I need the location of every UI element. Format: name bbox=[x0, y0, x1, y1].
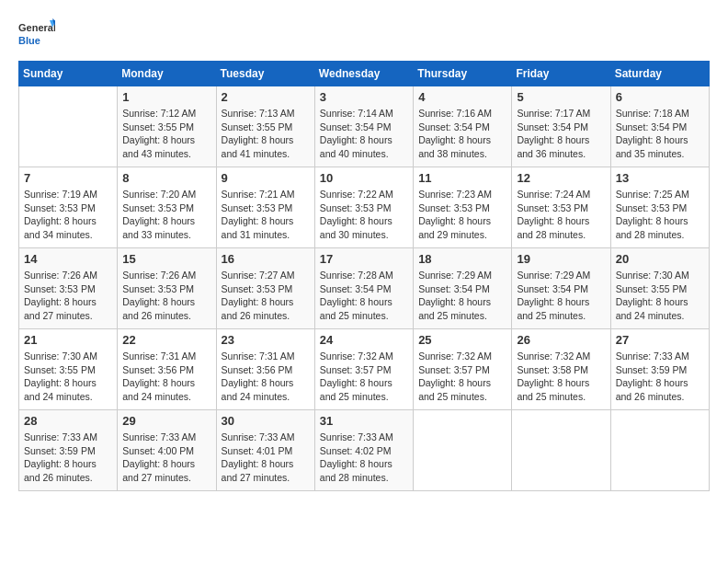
day-info: Sunrise: 7:17 AMSunset: 3:54 PMDaylight:… bbox=[517, 107, 605, 161]
day-number: 21 bbox=[24, 333, 112, 347]
day-number: 23 bbox=[222, 333, 310, 347]
calendar-week-5: 28Sunrise: 7:33 AMSunset: 3:59 PMDayligh… bbox=[19, 410, 710, 491]
day-info: Sunrise: 7:31 AMSunset: 3:56 PMDaylight:… bbox=[122, 350, 210, 404]
calendar-cell bbox=[512, 410, 610, 491]
day-number: 18 bbox=[418, 252, 506, 266]
day-number: 2 bbox=[222, 90, 310, 104]
calendar-cell: 20Sunrise: 7:30 AMSunset: 3:55 PMDayligh… bbox=[610, 248, 709, 329]
calendar-header: SundayMondayTuesdayWednesdayThursdayFrid… bbox=[19, 62, 710, 86]
calendar-cell: 12Sunrise: 7:24 AMSunset: 3:53 PMDayligh… bbox=[512, 167, 610, 248]
logo: General Blue bbox=[18, 18, 55, 52]
day-number: 8 bbox=[122, 171, 210, 185]
calendar-week-3: 14Sunrise: 7:26 AMSunset: 3:53 PMDayligh… bbox=[19, 248, 710, 329]
calendar-week-2: 7Sunrise: 7:19 AMSunset: 3:53 PMDaylight… bbox=[19, 167, 710, 248]
calendar-cell bbox=[610, 410, 709, 491]
day-info: Sunrise: 7:26 AMSunset: 3:53 PMDaylight:… bbox=[122, 269, 210, 323]
calendar-cell: 3Sunrise: 7:14 AMSunset: 3:54 PMDaylight… bbox=[314, 86, 413, 167]
day-number: 26 bbox=[517, 333, 605, 347]
day-number: 22 bbox=[122, 333, 210, 347]
day-number: 27 bbox=[616, 333, 704, 347]
calendar-cell: 10Sunrise: 7:22 AMSunset: 3:53 PMDayligh… bbox=[314, 167, 413, 248]
day-number: 14 bbox=[24, 252, 112, 266]
day-number: 4 bbox=[418, 90, 506, 104]
day-number: 15 bbox=[122, 252, 210, 266]
day-info: Sunrise: 7:33 AMSunset: 3:59 PMDaylight:… bbox=[24, 431, 112, 485]
calendar-cell: 6Sunrise: 7:18 AMSunset: 3:54 PMDaylight… bbox=[610, 86, 709, 167]
header-cell-friday: Friday bbox=[512, 62, 610, 86]
day-number: 11 bbox=[418, 171, 506, 185]
day-info: Sunrise: 7:12 AMSunset: 3:55 PMDaylight:… bbox=[122, 107, 210, 161]
day-number: 12 bbox=[517, 171, 605, 185]
day-number: 30 bbox=[222, 414, 310, 428]
header-cell-monday: Monday bbox=[118, 62, 216, 86]
day-number: 25 bbox=[418, 333, 506, 347]
page-header: General Blue bbox=[18, 18, 710, 52]
day-info: Sunrise: 7:22 AMSunset: 3:53 PMDaylight:… bbox=[320, 188, 408, 242]
calendar-cell: 16Sunrise: 7:27 AMSunset: 3:53 PMDayligh… bbox=[216, 248, 314, 329]
day-number: 1 bbox=[122, 90, 210, 104]
header-cell-sunday: Sunday bbox=[19, 62, 118, 86]
calendar-cell: 11Sunrise: 7:23 AMSunset: 3:53 PMDayligh… bbox=[414, 167, 512, 248]
calendar-cell: 29Sunrise: 7:33 AMSunset: 4:00 PMDayligh… bbox=[118, 410, 216, 491]
day-number: 9 bbox=[222, 171, 310, 185]
calendar-cell: 14Sunrise: 7:26 AMSunset: 3:53 PMDayligh… bbox=[19, 248, 118, 329]
calendar-cell: 25Sunrise: 7:32 AMSunset: 3:57 PMDayligh… bbox=[414, 329, 512, 410]
day-number: 31 bbox=[320, 414, 408, 428]
calendar-cell: 23Sunrise: 7:31 AMSunset: 3:56 PMDayligh… bbox=[216, 329, 314, 410]
day-number: 19 bbox=[517, 252, 605, 266]
day-info: Sunrise: 7:29 AMSunset: 3:54 PMDaylight:… bbox=[517, 269, 605, 323]
day-number: 10 bbox=[320, 171, 408, 185]
calendar-cell: 30Sunrise: 7:33 AMSunset: 4:01 PMDayligh… bbox=[216, 410, 314, 491]
calendar-cell: 19Sunrise: 7:29 AMSunset: 3:54 PMDayligh… bbox=[512, 248, 610, 329]
day-info: Sunrise: 7:27 AMSunset: 3:53 PMDaylight:… bbox=[222, 269, 310, 323]
day-info: Sunrise: 7:29 AMSunset: 3:54 PMDaylight:… bbox=[418, 269, 506, 323]
calendar-cell bbox=[414, 410, 512, 491]
day-number: 28 bbox=[24, 414, 112, 428]
calendar-week-1: 1Sunrise: 7:12 AMSunset: 3:55 PMDaylight… bbox=[19, 86, 710, 167]
calendar-cell: 4Sunrise: 7:16 AMSunset: 3:54 PMDaylight… bbox=[414, 86, 512, 167]
day-info: Sunrise: 7:21 AMSunset: 3:53 PMDaylight:… bbox=[222, 188, 310, 242]
day-info: Sunrise: 7:32 AMSunset: 3:58 PMDaylight:… bbox=[517, 350, 605, 404]
day-info: Sunrise: 7:30 AMSunset: 3:55 PMDaylight:… bbox=[616, 269, 704, 323]
day-info: Sunrise: 7:23 AMSunset: 3:53 PMDaylight:… bbox=[418, 188, 506, 242]
calendar-cell: 21Sunrise: 7:30 AMSunset: 3:55 PMDayligh… bbox=[19, 329, 118, 410]
day-number: 24 bbox=[320, 333, 408, 347]
calendar-table: SundayMondayTuesdayWednesdayThursdayFrid… bbox=[18, 61, 710, 491]
calendar-cell: 18Sunrise: 7:29 AMSunset: 3:54 PMDayligh… bbox=[414, 248, 512, 329]
day-info: Sunrise: 7:20 AMSunset: 3:53 PMDaylight:… bbox=[122, 188, 210, 242]
day-number: 6 bbox=[616, 90, 704, 104]
day-info: Sunrise: 7:24 AMSunset: 3:53 PMDaylight:… bbox=[517, 188, 605, 242]
calendar-cell: 17Sunrise: 7:28 AMSunset: 3:54 PMDayligh… bbox=[314, 248, 413, 329]
header-cell-wednesday: Wednesday bbox=[314, 62, 413, 86]
header-row: SundayMondayTuesdayWednesdayThursdayFrid… bbox=[19, 62, 710, 86]
calendar-cell: 24Sunrise: 7:32 AMSunset: 3:57 PMDayligh… bbox=[314, 329, 413, 410]
day-info: Sunrise: 7:25 AMSunset: 3:53 PMDaylight:… bbox=[616, 188, 704, 242]
calendar-cell: 7Sunrise: 7:19 AMSunset: 3:53 PMDaylight… bbox=[19, 167, 118, 248]
day-number: 16 bbox=[222, 252, 310, 266]
day-info: Sunrise: 7:33 AMSunset: 4:00 PMDaylight:… bbox=[122, 431, 210, 485]
calendar-cell: 13Sunrise: 7:25 AMSunset: 3:53 PMDayligh… bbox=[610, 167, 709, 248]
calendar-cell: 2Sunrise: 7:13 AMSunset: 3:55 PMDaylight… bbox=[216, 86, 314, 167]
day-info: Sunrise: 7:31 AMSunset: 3:56 PMDaylight:… bbox=[222, 350, 310, 404]
svg-text:General: General bbox=[18, 22, 55, 33]
calendar-cell: 28Sunrise: 7:33 AMSunset: 3:59 PMDayligh… bbox=[19, 410, 118, 491]
calendar-week-4: 21Sunrise: 7:30 AMSunset: 3:55 PMDayligh… bbox=[19, 329, 710, 410]
day-info: Sunrise: 7:18 AMSunset: 3:54 PMDaylight:… bbox=[616, 107, 704, 161]
day-number: 20 bbox=[616, 252, 704, 266]
logo-svg: General Blue bbox=[18, 18, 55, 52]
day-number: 29 bbox=[122, 414, 210, 428]
day-info: Sunrise: 7:19 AMSunset: 3:53 PMDaylight:… bbox=[24, 188, 112, 242]
day-number: 13 bbox=[616, 171, 704, 185]
day-info: Sunrise: 7:28 AMSunset: 3:54 PMDaylight:… bbox=[320, 269, 408, 323]
day-number: 5 bbox=[517, 90, 605, 104]
day-info: Sunrise: 7:13 AMSunset: 3:55 PMDaylight:… bbox=[222, 107, 310, 161]
day-info: Sunrise: 7:33 AMSunset: 4:02 PMDaylight:… bbox=[320, 431, 408, 485]
calendar-cell: 15Sunrise: 7:26 AMSunset: 3:53 PMDayligh… bbox=[118, 248, 216, 329]
svg-text:Blue: Blue bbox=[18, 35, 40, 46]
day-info: Sunrise: 7:33 AMSunset: 3:59 PMDaylight:… bbox=[616, 350, 704, 404]
calendar-cell: 1Sunrise: 7:12 AMSunset: 3:55 PMDaylight… bbox=[118, 86, 216, 167]
day-info: Sunrise: 7:33 AMSunset: 4:01 PMDaylight:… bbox=[222, 431, 310, 485]
calendar-cell: 5Sunrise: 7:17 AMSunset: 3:54 PMDaylight… bbox=[512, 86, 610, 167]
day-number: 7 bbox=[24, 171, 112, 185]
day-info: Sunrise: 7:16 AMSunset: 3:54 PMDaylight:… bbox=[418, 107, 506, 161]
